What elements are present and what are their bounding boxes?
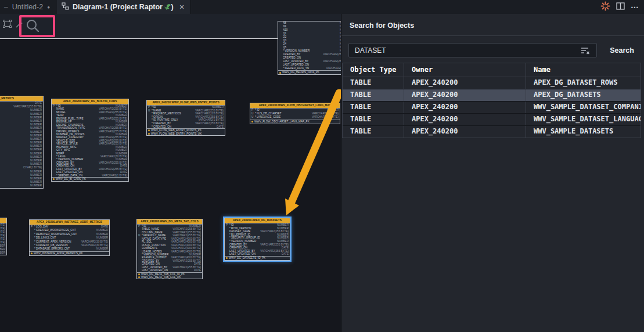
entity-apex-dg-datasets-selected[interactable]: APEX_240200.APEX_DG_DATASETSP* IDNUMBER*… (224, 218, 290, 261)
entity-title: APEX_240200.WWV_INSTANCE_ADDR_METRICS (30, 220, 109, 225)
column-type: DATE (217, 125, 224, 129)
panel-title: Search for Objects (350, 21, 414, 30)
entity-title (0, 218, 6, 223)
column-name: LAST_UPDATED_ON (229, 252, 282, 256)
diagram-canvas[interactable]: N8NUMBERN9NUMBERN10NUMBERQ1NUMBERQ2NUMBE… (0, 0, 341, 332)
editor-tab-bar: – Untitled-2 ● Diagram-1 (Project Raptor… (0, 0, 644, 14)
entity-wwv-flow-dbcharset-lang-map[interactable]: APEX_240200.WWV_FLOW_DBCHARSET_LANG_MAPP… (250, 103, 340, 124)
tab-diagram-label: Diagram-1 (Project Raptor ) (73, 3, 174, 11)
key-icon (251, 121, 253, 122)
results-table-body: TABLEAPEX_240200APEX_DG_DATASET_ROWSTABL… (343, 77, 641, 138)
tab-overflow-dash: – (4, 3, 8, 11)
results-header-row: Object Type Owner Name (343, 63, 641, 77)
column-type: NUMBER (0, 251, 5, 255)
diagram-tab-icon (62, 2, 69, 12)
entity-wwv-dg-heuris-data[interactable]: N8NUMBERN9NUMBERN10NUMBERQ1NUMBERQ2NUMBE… (278, 21, 341, 75)
column-type: DATE (282, 252, 289, 256)
search-button[interactable]: Search (604, 43, 640, 57)
tab-untitled[interactable]: Untitled-2 (12, 3, 44, 11)
column-name: * SEEDED_DATA_YN (56, 174, 102, 177)
entity-constraint-row: WWV_DG_HEURIS_DATA_PK (278, 71, 341, 74)
entity-constraint-row: WWV_DG_BI_CARS_PK (52, 178, 128, 181)
entity-column-row: NUMBER (0, 251, 6, 255)
result-row[interactable]: TABLEAPEX_240200APEX_DG_DATASET_ROWS (343, 77, 641, 89)
entity-column-row: * SEEDED_DATA_YNVARCHAR2(1 BYTE) (52, 174, 128, 177)
entity-wwv-dg-builtin-cars[interactable]: APEX_240200.WWV_DG_BUILTIN_CARSP* IDNUMB… (51, 99, 129, 182)
entity-wwv-instance-addr-metrics[interactable]: APEX_240200.WWV_INSTANCE_ADDR_METRICSP* … (29, 219, 110, 256)
highlight-annotation-box (19, 15, 55, 37)
column-type: NUMBER (30, 184, 42, 187)
column-name: * LANGUAGE_CODE (255, 116, 312, 119)
panel-divider (341, 35, 644, 36)
entity-constraint-row: WWV_DG_DATASETS_ID_PK (225, 257, 290, 260)
clear-filter-icon[interactable] (581, 46, 590, 55)
key-icon (138, 273, 140, 275)
column-type: NUMBER (96, 247, 108, 251)
tab-diagram-active[interactable]: Diagram-1 (Project Raptor ) ✕ (57, 0, 191, 14)
starburst-icon[interactable] (600, 1, 610, 13)
column-type: VARCHAR2(1 BYTE) (326, 67, 341, 70)
result-row[interactable]: TABLEAPEX_240200APEX_DG_DATASETS (343, 89, 641, 101)
search-input[interactable] (348, 43, 597, 57)
app-window: N8NUMBERN9NUMBERN10NUMBERQ1NUMBERQ2NUMBE… (0, 0, 644, 332)
result-row[interactable]: TABLEAPEX_240200WWV_SAMPLE_DATASET_COMPA… (343, 101, 641, 113)
column-type: VARCHAR2(1 BYTE) (102, 174, 127, 177)
column-name: * DATABASE_ERRORS_CNT (34, 247, 96, 251)
entity-wwv-dg-meta-tab-cols[interactable]: APEX_240200.WWV_DG_META_TAB_COLSP* IDNUM… (136, 219, 203, 279)
search-objects-panel: Search for Objects Search Object Type Ow… (341, 13, 644, 332)
key-icon (53, 178, 55, 180)
column-type: VARCHAR2(30 BYTE) (312, 116, 339, 119)
result-row[interactable]: TABLEAPEX_240200WWV_SAMPLE_DATASET_LANGU… (343, 113, 641, 125)
entity-title: _ADDR_METRICS (0, 96, 43, 102)
entity-addr-metrics-partial[interactable]: _ADDR_METRICSDATEVARCHAR2(255 BYTE)NUMBE… (0, 96, 44, 189)
column-name: LAST_UPDATED_ON (142, 269, 194, 272)
column-name: * CREATED_ON (152, 125, 217, 129)
entity-constraint-row: WWV_FLOW_DBCHARSET_LANG_MAP_PK (250, 120, 340, 124)
entity-column-row: U* LANGUAGE_CODEVARCHAR2(30 BYTE) (250, 116, 340, 119)
entity-wwv-flow-web-entry-points[interactable]: APEX_240200.WWV_FLOW_WEB_ENTRY_POINTSP* … (146, 100, 225, 136)
split-editor-icon[interactable] (616, 2, 625, 12)
key-icon (31, 252, 33, 254)
column-name: * SEEDED_DATA_YN (283, 67, 326, 70)
column-header-owner[interactable]: Owner (404, 63, 526, 77)
entity-column-row: NUMBER (0, 184, 43, 187)
column-name (0, 184, 30, 187)
entity-title: APEX_240200.WWV_DG_BUILTIN_CARS (52, 99, 128, 104)
result-row[interactable]: TABLEAPEX_240200WWV_SAMPLE_DATASETS (343, 125, 641, 138)
entity-column-row: * SEEDED_DATA_YNVARCHAR2(1 BYTE) (278, 67, 341, 70)
key-icon (138, 276, 140, 278)
close-tab-icon[interactable]: ✕ (179, 3, 185, 11)
key-icon (279, 72, 281, 74)
entity-title: APEX_240200.WWV_FLOW_DBCHARSET_LANG_MAP (250, 103, 340, 109)
entity-constraint-row: WWV_INSTANCE_ADDR_METRICS_PK (30, 252, 109, 255)
entity-title: APEX_240200.WWV_FLOW_WEB_ENTRY_POINTS (147, 100, 225, 106)
more-actions-icon[interactable]: ⋯ (631, 2, 639, 12)
entity-constraint-row: WWV_DG_META_TAB_COL_UK (137, 276, 202, 279)
unsaved-changes-dot: ● (47, 5, 50, 10)
entity-constraint-row: WWV_FLOW_WEB_ENTRY_POINTS_UK (147, 132, 225, 136)
results-table: Object Type Owner Name TABLEAPEX_240200A… (342, 63, 641, 138)
entity-column-row: LAST_UPDATED_ONDATE (225, 252, 290, 256)
entity-bottom-left-partial[interactable]: VARCHAR2(255 BYTE)VARCHAR2(255 BYTE)VARC… (0, 218, 7, 255)
key-icon (148, 129, 150, 131)
entity-column-row: * DATABASE_ERRORS_CNTNUMBER (30, 247, 109, 251)
fit-to-window-icon[interactable] (3, 20, 12, 30)
column-header-object-type[interactable]: Object Type (343, 63, 404, 77)
entity-column-row: * CREATED_ONDATE (147, 125, 225, 129)
entity-column-row: LAST_UPDATED_ONDATE (137, 269, 202, 272)
key-icon (148, 133, 150, 135)
column-header-name[interactable]: Name (526, 63, 641, 77)
key-icon (226, 257, 228, 259)
entity-title: APEX_240200.APEX_DG_DATASETS (225, 218, 290, 223)
column-type: DATE (194, 269, 201, 272)
entity-title: APEX_240200.WWV_DG_META_TAB_COLS (137, 219, 202, 225)
